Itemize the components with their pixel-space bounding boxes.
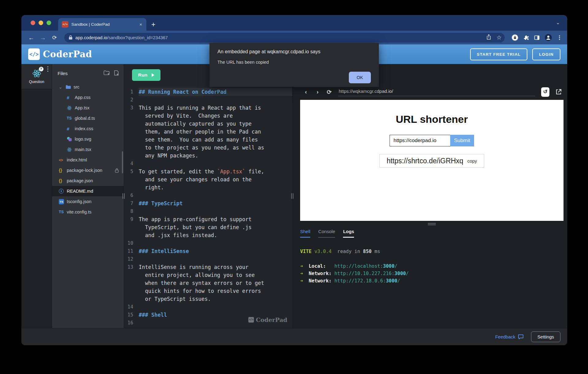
file-name: global.d.ts — [75, 116, 95, 121]
submit-button[interactable]: Submit — [450, 135, 474, 146]
browser-tab[interactable]: </> Sandbox | CoderPad × — [58, 18, 146, 31]
coderpad-logo[interactable]: </> CoderPad — [28, 48, 92, 60]
json-icon: {} — [59, 168, 67, 173]
coderpad-watermark-icon: </> — [248, 317, 254, 323]
line-number: 13 — [124, 263, 139, 271]
editor-preview-splitter[interactable] — [291, 193, 293, 199]
files-editor-splitter[interactable] — [123, 193, 125, 199]
browser-menu-kebab-icon[interactable] — [557, 35, 562, 40]
reload-button[interactable]: ⟳ — [50, 35, 59, 40]
maximize-window-button[interactable] — [47, 21, 51, 25]
code-editor[interactable]: Run 1## Running React on CoderPad23This … — [124, 64, 292, 328]
question-badge: ? — [39, 67, 43, 71]
line-number: 7 — [124, 199, 139, 207]
preview-back-icon[interactable]: ‹ — [300, 89, 312, 95]
file-row-package-lock-json[interactable]: {}package-lock.json — [52, 165, 124, 176]
question-menu-kebab-icon[interactable]: ••• — [46, 66, 50, 72]
file-name: index.css — [75, 126, 93, 131]
tab-close-icon[interactable]: × — [139, 22, 143, 27]
line-number — [124, 152, 139, 160]
code-line: quick hints for how to resolve errors — [124, 287, 292, 295]
question-rail: ••• ? Question — [21, 64, 52, 328]
file-row-readme-md[interactable]: iREADME.md — [52, 186, 124, 196]
editor-code-area[interactable]: 1## Running React on CoderPad23This pad … — [124, 88, 292, 327]
coderpad-logo-icon: </> — [28, 48, 40, 60]
file-name: vite.config.ts — [67, 210, 92, 214]
files-scrollbar[interactable] — [122, 151, 123, 173]
tab-console[interactable]: Console — [318, 229, 335, 238]
minimize-window-button[interactable] — [39, 21, 43, 25]
run-button[interactable]: Run — [132, 69, 160, 81]
shortened-url: https://shrtco.de/iGRHxq — [386, 157, 463, 165]
settings-button[interactable]: Settings — [531, 331, 560, 342]
file-row-main-tsx[interactable]: main.tsx — [52, 144, 124, 155]
tab-logs[interactable]: Logs — [343, 229, 354, 238]
line-number — [124, 176, 139, 183]
preview-restore-icon[interactable]: ↺ — [541, 87, 549, 97]
line-number: 12 — [124, 255, 139, 263]
profile-avatar[interactable] — [545, 34, 552, 41]
new-tab-button[interactable]: + — [151, 21, 155, 28]
code-line: 1## Running React on CoderPad — [124, 88, 292, 96]
css-icon: # — [67, 95, 75, 100]
code-line: 10 — [124, 239, 292, 247]
new-folder-icon[interactable] — [104, 70, 110, 77]
url-input-field[interactable] — [390, 135, 450, 146]
start-free-trial-button[interactable]: START FREE TRIAL — [470, 48, 527, 60]
preview-toolbar: ‹ › ⟳ https://wqkamcgr.cdpad.io/ ↺ — [300, 85, 564, 98]
code-line: 9The app is pre-configured to support — [124, 215, 292, 223]
file-row-package-json[interactable]: {}package.json — [52, 176, 124, 186]
line-number: 1 — [124, 88, 139, 96]
code-line: automatically captured as you type — [124, 120, 292, 128]
file-row-src[interactable]: ⌄src — [52, 82, 124, 92]
file-name: App.tsx — [75, 105, 89, 110]
file-name: main.tsx — [75, 147, 91, 152]
file-row-app-css[interactable]: #App.css — [52, 92, 124, 103]
copy-button[interactable]: copy — [467, 158, 477, 164]
preview-url-input[interactable]: https://wqkamcgr.cdpad.io/ — [338, 88, 535, 96]
file-row-tsconfig-json[interactable]: TStsconfig.json — [52, 196, 124, 207]
code-line: 3This pad is running a React app that is — [124, 104, 292, 112]
tab-shell[interactable]: Shell — [300, 229, 310, 238]
tab-title: Sandbox | CoderPad — [71, 22, 136, 27]
open-in-new-window-icon[interactable] — [555, 88, 562, 96]
extensions-puzzle-icon[interactable] — [523, 35, 529, 41]
main-content: ••• ? Question Files — [21, 64, 567, 328]
preview-resize-handle[interactable] — [428, 223, 436, 225]
question-tab[interactable]: ••• ? Question — [21, 64, 52, 89]
preview-forward-icon[interactable]: › — [312, 89, 323, 95]
folder-icon — [66, 85, 74, 89]
dialog-ok-button[interactable]: OK — [349, 72, 371, 83]
url-omnibox[interactable]: app.coderpad.io/sandbox?question_id=2343… — [64, 33, 505, 43]
forward-button[interactable]: → — [38, 35, 48, 41]
css-icon: # — [67, 126, 75, 131]
new-file-icon[interactable] — [114, 70, 119, 77]
close-window-button[interactable] — [31, 21, 35, 25]
code-line: or TypeScript issues. — [124, 295, 292, 303]
file-row-app-tsx[interactable]: App.tsx — [52, 103, 124, 113]
file-name: tsconfig.json — [67, 199, 92, 204]
tab-search-chevron-icon[interactable]: ⌄ — [556, 20, 560, 25]
line-number: 11 — [124, 247, 139, 255]
file-name: index.html — [67, 157, 87, 162]
file-row-global-d-ts[interactable]: TSglobal.d.ts — [52, 113, 124, 123]
file-row-index-css[interactable]: #index.css — [52, 123, 124, 134]
file-row-vite-config-ts[interactable]: TSvite.config.ts — [52, 207, 124, 217]
code-line: any NPM packages. — [124, 152, 292, 160]
line-number — [124, 183, 139, 191]
bookmark-star-icon[interactable]: ☆ — [496, 35, 502, 40]
file-name: package-lock.json — [67, 168, 102, 173]
chevron-down-icon[interactable]: ⌄ — [59, 85, 66, 89]
file-name: logo.svg — [75, 137, 91, 142]
side-panel-icon[interactable] — [534, 35, 540, 41]
feedback-link[interactable]: Feedback — [495, 334, 524, 339]
login-button[interactable]: LOGIN — [532, 48, 560, 60]
back-button[interactable]: ← — [26, 35, 36, 41]
tab-favicon-icon: </> — [62, 21, 68, 28]
preview-reload-icon[interactable]: ⟳ — [323, 89, 335, 96]
share-icon[interactable] — [486, 34, 492, 41]
file-row-logo-svg[interactable]: logo.svg — [52, 134, 124, 144]
ts-text-icon: TS — [67, 116, 75, 120]
password-manager-icon[interactable] — [511, 34, 518, 41]
file-row-index-html[interactable]: <>index.html — [52, 155, 124, 165]
